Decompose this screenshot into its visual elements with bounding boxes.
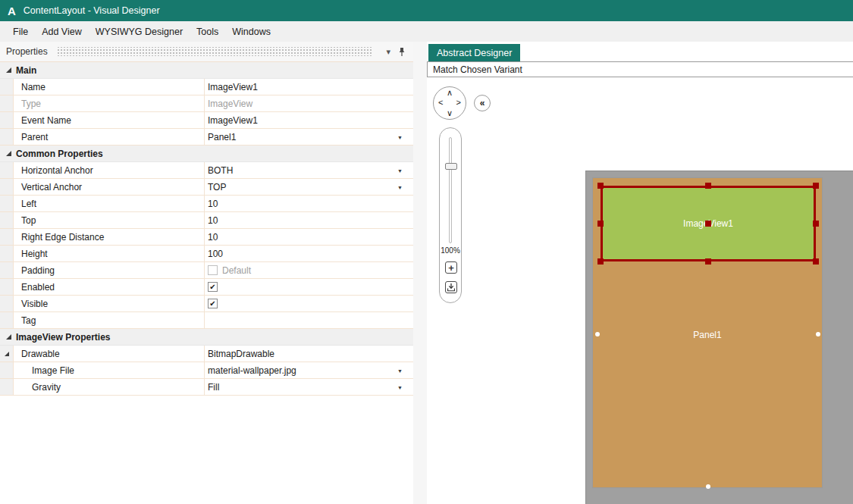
menu-item-add-view[interactable]: Add View <box>35 23 89 41</box>
property-row-right-edge-distance[interactable]: Right Edge Distance10 <box>0 229 413 246</box>
menu-item-wysiwyg-designer[interactable]: WYSIWYG Designer <box>89 23 190 41</box>
dropdown-arrow-icon[interactable]: ▼ <box>397 368 403 373</box>
property-value-text[interactable]: material-wallpaper.jpg <box>208 365 296 376</box>
property-value-text[interactable]: ImageView1 <box>208 115 258 126</box>
dropdown-arrow-icon[interactable]: ▼ <box>397 184 403 189</box>
property-label: Parent <box>14 129 205 145</box>
property-row-padding[interactable]: PaddingDefault <box>0 262 413 279</box>
property-row-vertical-anchor[interactable]: Vertical AnchorTOP▼ <box>0 179 413 196</box>
resize-handle[interactable] <box>597 183 604 189</box>
property-value <box>205 312 413 328</box>
zoom-fit-button[interactable]: + <box>445 261 457 274</box>
menu-item-file[interactable]: File <box>6 23 35 41</box>
row-gutter <box>0 246 14 261</box>
pan-left-icon[interactable]: < <box>438 98 443 107</box>
property-value: BOTH▼ <box>205 162 413 178</box>
property-row-gravity[interactable]: GravityFill▼ <box>0 379 413 396</box>
resize-handle[interactable] <box>813 183 819 189</box>
property-label: Enabled <box>14 279 205 295</box>
panel-resize-handle[interactable] <box>706 484 710 489</box>
property-row-top[interactable]: Top10 <box>0 212 413 229</box>
property-row-name[interactable]: NameImageView1 <box>0 79 413 95</box>
move-handle[interactable] <box>705 221 711 227</box>
pan-up-icon[interactable]: ∧ <box>434 88 466 98</box>
property-row-enabled[interactable]: Enabled✔ <box>0 279 413 296</box>
panel-splitter[interactable] <box>413 42 427 504</box>
pan-down-icon[interactable]: ∨ <box>434 108 466 118</box>
resize-handle[interactable] <box>813 258 819 265</box>
property-value-text[interactable]: ImageView <box>208 99 252 109</box>
group-header-common-properties[interactable]: Common Properties <box>0 146 413 162</box>
property-value: BitmapDrawable <box>205 346 413 362</box>
property-value-text[interactable]: BitmapDrawable <box>208 349 274 359</box>
panel-menu-arrow-icon[interactable]: ▾ <box>380 47 397 57</box>
property-label: Image File <box>14 362 205 378</box>
row-gutter <box>0 229 14 245</box>
property-row-tag[interactable]: Tag <box>0 312 413 329</box>
property-row-left[interactable]: Left10 <box>0 196 413 212</box>
pan-right-icon[interactable]: > <box>456 98 461 107</box>
design-surface[interactable]: ImageView1 Panel1 <box>585 171 853 504</box>
resize-handle[interactable] <box>705 258 711 265</box>
property-row-height[interactable]: Height100 <box>0 246 413 262</box>
dropdown-arrow-icon[interactable]: ▼ <box>397 134 403 139</box>
dropdown-arrow-icon[interactable]: ▼ <box>397 167 403 173</box>
property-row-image-file[interactable]: Image Filematerial-wallpaper.jpg▼ <box>0 362 413 379</box>
property-value-text[interactable]: 10 <box>208 199 218 209</box>
collapse-icon: « <box>480 98 485 108</box>
property-value-text[interactable]: Panel1 <box>208 132 236 142</box>
property-row-event-name[interactable]: Event NameImageView1 <box>0 112 413 129</box>
resize-handle[interactable] <box>705 183 711 189</box>
property-value-text[interactable]: Fill <box>208 382 219 393</box>
property-value: Fill▼ <box>205 379 413 395</box>
resize-handle[interactable] <box>813 221 819 227</box>
docking-grip[interactable] <box>57 47 373 56</box>
group-header-imageview-properties[interactable]: ImageView Properties <box>0 329 413 346</box>
property-value: ✔ <box>205 279 413 295</box>
property-value: ImageView1 <box>205 112 413 128</box>
designer-canvas[interactable]: ∧ ∨ < > « 100% + <box>427 77 853 504</box>
checkbox-checked[interactable]: ✔ <box>208 299 218 308</box>
variant-bar[interactable]: Match Chosen Variant <box>427 61 853 77</box>
property-value-text[interactable]: 100 <box>208 249 223 259</box>
property-label: Type <box>14 95 205 111</box>
panel-resize-handle[interactable] <box>595 332 600 337</box>
property-value: 100 <box>205 246 413 261</box>
property-row-horizontal-anchor[interactable]: Horizontal AnchorBOTH▼ <box>0 162 413 179</box>
zoom-slider-thumb[interactable] <box>445 163 457 170</box>
property-value-text[interactable]: 10 <box>208 215 218 226</box>
property-value-text[interactable]: ImageView1 <box>208 82 258 92</box>
visual-designer-window: A ContentLayout - Visual Designer FileAd… <box>0 0 853 504</box>
group-label: Main <box>16 65 36 76</box>
property-value: TOP▼ <box>205 179 413 195</box>
panel-resize-handle[interactable] <box>816 332 820 337</box>
checkbox-checked[interactable]: ✔ <box>208 282 218 292</box>
tab-abstract-designer[interactable]: Abstract Designer <box>428 44 520 61</box>
property-value-text[interactable]: TOP <box>208 182 226 193</box>
menu-item-tools[interactable]: Tools <box>190 23 225 41</box>
checkbox-unchecked[interactable] <box>208 265 218 275</box>
collapse-tools-button[interactable]: « <box>474 95 491 111</box>
pin-icon[interactable] <box>397 47 407 57</box>
menu-item-windows[interactable]: Windows <box>225 23 278 41</box>
pan-control[interactable]: ∧ ∨ < > <box>433 86 466 120</box>
dropdown-arrow-icon[interactable]: ▼ <box>397 384 403 390</box>
zoom-slider-track[interactable] <box>449 137 452 243</box>
group-header-main[interactable]: Main <box>0 62 413 79</box>
property-value: ✔ <box>205 296 413 311</box>
property-label: Padding <box>14 262 205 278</box>
property-row-type[interactable]: TypeImageView <box>0 95 413 112</box>
property-label: Event Name <box>14 112 205 128</box>
property-row-parent[interactable]: ParentPanel1▼ <box>0 129 413 146</box>
property-label: Drawable <box>14 346 205 362</box>
property-value-text[interactable]: 10 <box>208 232 218 243</box>
panel1-view[interactable]: ImageView1 Panel1 <box>592 177 823 488</box>
resize-handle[interactable] <box>597 221 604 227</box>
app-logo-icon: A <box>8 5 16 17</box>
scroll-into-view-button[interactable] <box>445 281 457 293</box>
property-value-text[interactable]: BOTH <box>208 165 233 176</box>
resize-handle[interactable] <box>597 258 604 265</box>
property-row-visible[interactable]: Visible✔ <box>0 296 413 312</box>
property-row-drawable[interactable]: DrawableBitmapDrawable <box>0 346 413 362</box>
property-label: Horizontal Anchor <box>14 162 205 178</box>
